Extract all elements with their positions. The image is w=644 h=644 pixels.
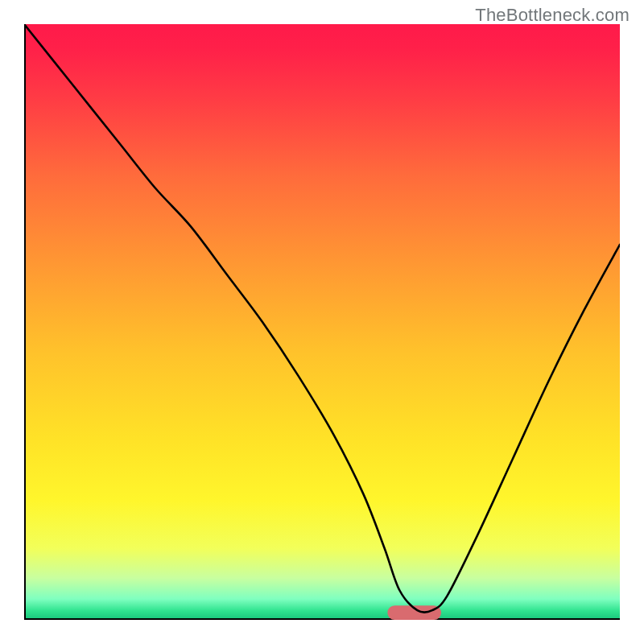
chart-svg	[24, 24, 620, 620]
chart-plot-area	[24, 24, 620, 620]
chart-background	[24, 24, 620, 620]
attribution-text: TheBottleneck.com	[475, 5, 630, 26]
